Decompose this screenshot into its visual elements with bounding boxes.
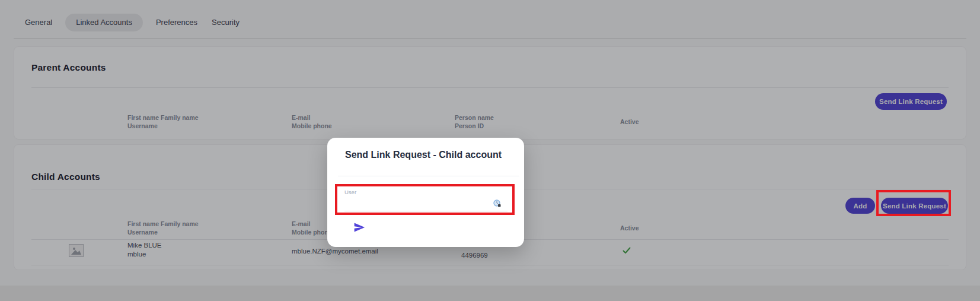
settings-page: General Linked Accounts Preferences Secu… [0, 0, 980, 301]
dialog-title: Send Link Request - Child account [345, 150, 502, 160]
send-link-request-dialog: Send Link Request - Child account User [327, 138, 524, 247]
divider [338, 176, 519, 176]
annotation-red-box-send-button [876, 190, 951, 216]
send-icon[interactable] [353, 221, 365, 233]
annotation-red-box-user-input [335, 184, 515, 215]
